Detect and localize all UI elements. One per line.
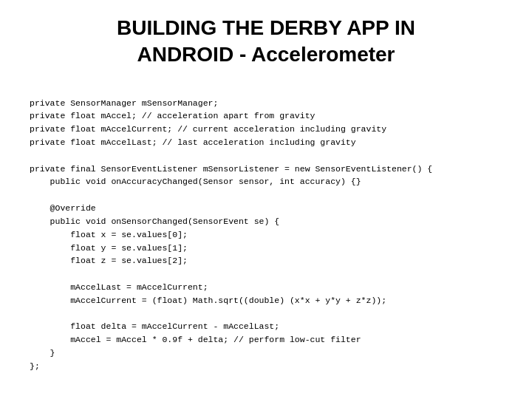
code-line: public void onSensorChanged(SensorEvent … <box>30 215 502 228</box>
code-line <box>30 188 502 202</box>
code-line: float y = se.values[1]; <box>30 242 502 255</box>
code-line <box>30 267 502 281</box>
page-title: BUILDING THE DERBY APP IN ANDROID - Acce… <box>117 15 415 69</box>
code-line: private float mAccel; // acceleration ap… <box>30 109 502 123</box>
code-line: float x = se.values[0]; <box>30 228 502 242</box>
title-section: BUILDING THE DERBY APP IN ANDROID - Acce… <box>117 15 415 69</box>
code-line: float delta = mAccelCurrent - mAccelLast… <box>30 320 502 333</box>
code-line: mAccelCurrent = (float) Math.sqrt((doubl… <box>30 294 502 307</box>
code-line: private SensorManager mSensorManager; <box>30 97 502 110</box>
code-line: mAccelLast = mAccelCurrent; <box>30 281 502 294</box>
code-line: float z = se.values[2]; <box>30 254 502 267</box>
code-line: mAccel = mAccel * 0.9f + delta; // perfo… <box>30 333 502 347</box>
code-line: } <box>30 347 502 360</box>
code-line: public void onAccuracyChanged(Sensor sen… <box>30 175 502 188</box>
code-line: private float mAccelCurrent; // current … <box>30 123 502 136</box>
code-line: private final SensorEventListener mSenso… <box>30 163 502 176</box>
code-line: private float mAccelLast; // last accele… <box>30 136 502 149</box>
code-line <box>30 307 502 321</box>
code-line: }; <box>30 360 502 373</box>
code-block: private SensorManager mSensorManager;pri… <box>30 83 502 373</box>
code-line: @Override <box>30 202 502 215</box>
code-line <box>30 149 502 163</box>
